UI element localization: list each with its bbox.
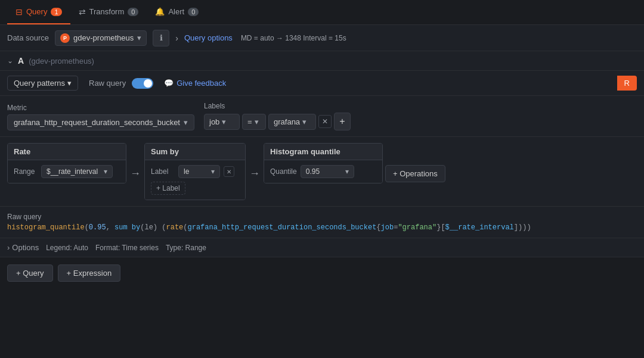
- rate-range-chevron-icon: ▾: [104, 167, 107, 176]
- raw-query-title: Raw query: [7, 213, 637, 221]
- md-interval-text: MD = auto → 1348 Interval = 15s: [241, 34, 346, 42]
- give-feedback-label: Give feedback: [177, 79, 226, 88]
- options-format-text: Format: Time series: [95, 244, 159, 252]
- arrow-connector-2: →: [249, 164, 260, 180]
- label-value-text: grafana: [274, 117, 300, 126]
- metric-chevron-icon: ▾: [184, 118, 188, 127]
- datasource-info-button[interactable]: ℹ: [153, 30, 169, 46]
- alert-tab-badge: 0: [188, 8, 199, 16]
- query-section: ⌄ A (gdev-prometheus) Query patterns ▾ R…: [0, 51, 644, 257]
- query-patterns-chevron-icon: ▾: [67, 79, 72, 88]
- run-query-label: R: [624, 79, 630, 88]
- label-val-chevron-icon: ▾: [302, 117, 306, 126]
- x-icon: ✕: [322, 117, 328, 126]
- run-query-button[interactable]: R: [617, 76, 637, 91]
- sum-by-block-header: Sum by: [145, 144, 245, 160]
- toolbar-row: Query patterns ▾ Raw query 💬 Give feedba…: [0, 71, 644, 96]
- prometheus-icon: P: [60, 33, 70, 43]
- query-a-sublabel: (gdev-prometheus): [29, 57, 94, 66]
- options-toggle[interactable]: › Options: [7, 243, 39, 252]
- options-label: Options: [12, 243, 39, 252]
- operations-row: Rate Range $__rate_interval ▾ → Sum by L…: [0, 137, 644, 207]
- datasource-select[interactable]: P gdev-prometheus ▾: [55, 30, 147, 46]
- sum-by-chevron-icon: ▾: [211, 167, 215, 176]
- bottom-bar: + Query + Expression: [0, 257, 644, 289]
- metric-labels-row: Metric grafana_http_request_duration_sec…: [0, 96, 644, 137]
- tab-alert[interactable]: 🔔 Alert 0: [147, 0, 207, 24]
- histogram-block-header: Histogram quantile: [264, 144, 382, 160]
- sum-by-label-row: Label le ▾ ✕: [151, 165, 239, 178]
- query-options-link[interactable]: Query options: [184, 33, 233, 42]
- sum-by-label-label: Label: [151, 167, 175, 176]
- datasource-name: gdev-prometheus: [73, 33, 134, 42]
- operations-btn-label: + Operations: [393, 169, 438, 178]
- raw-query-code: histogram_quantile(0.95, sum by(le) (rat…: [7, 223, 637, 232]
- label-key-select[interactable]: job ▾: [204, 114, 240, 130]
- code-func-histogram: histogram_quantile: [7, 223, 85, 232]
- histogram-quantile-value: 0.95: [306, 167, 320, 176]
- datasource-bar: Data source P gdev-prometheus ▾ ℹ › Quer…: [0, 25, 644, 51]
- label-value-select[interactable]: grafana ▾: [268, 114, 316, 130]
- histogram-quantile-chevron-icon: ▾: [345, 167, 349, 176]
- raw-query-toggle[interactable]: [132, 78, 153, 89]
- query-a-label: A: [18, 56, 24, 66]
- options-type-text: Type: Range: [166, 244, 206, 252]
- sum-by-label-select[interactable]: le ▾: [178, 165, 220, 178]
- metric-value: grafana_http_request_duration_seconds_bu…: [14, 118, 180, 127]
- collapse-icon[interactable]: ⌄: [7, 57, 13, 65]
- label-op-chevron-icon: ▾: [255, 117, 259, 126]
- label-operator-value: =: [247, 117, 252, 126]
- transform-tab-label: Transform: [89, 7, 125, 16]
- transform-tab-badge: 0: [128, 8, 138, 16]
- alert-tab-icon: 🔔: [155, 7, 165, 16]
- add-query-button[interactable]: + Query: [7, 264, 53, 282]
- histogram-block: Histogram quantile Quantile 0.95 ▾: [264, 143, 383, 183]
- rate-range-select[interactable]: $__rate_interval ▾: [41, 165, 113, 178]
- metric-field-group: Metric grafana_http_request_duration_sec…: [7, 104, 194, 130]
- label-add-button[interactable]: +: [334, 113, 351, 130]
- add-query-label: + Query: [16, 269, 44, 278]
- sum-by-label-remove-button[interactable]: ✕: [224, 166, 234, 177]
- label-remove-button[interactable]: ✕: [318, 115, 332, 128]
- datasource-label: Data source: [7, 33, 49, 42]
- breadcrumb-arrow-icon: ›: [175, 33, 178, 43]
- rate-range-row: Range $__rate_interval ▾: [14, 165, 120, 178]
- options-row: › Options Legend: Auto Format: Time seri…: [0, 238, 644, 257]
- plus-icon: +: [339, 116, 345, 127]
- query-tab-label: Query: [26, 7, 47, 16]
- rate-range-label: Range: [14, 167, 38, 176]
- query-patterns-button[interactable]: Query patterns ▾: [7, 76, 78, 91]
- rate-block: Rate Range $__rate_interval ▾: [7, 143, 126, 183]
- raw-query-toggle-label: Raw query: [89, 79, 126, 88]
- label-key-value: job: [209, 117, 219, 126]
- add-expression-label: + Expression: [67, 269, 112, 278]
- query-tab-badge: 1: [51, 8, 61, 16]
- label-operator-select[interactable]: = ▾: [242, 114, 266, 130]
- sum-by-block: Sum by Label le ▾ ✕ + Label: [144, 143, 246, 200]
- tab-query[interactable]: ⊟ Query 1: [7, 0, 70, 24]
- metric-select[interactable]: grafana_http_request_duration_seconds_bu…: [7, 114, 194, 130]
- sum-by-add-label-button[interactable]: + Label: [151, 182, 185, 195]
- query-a-header: ⌄ A (gdev-prometheus): [0, 51, 644, 71]
- tab-transform[interactable]: ⇄ Transform 0: [70, 0, 147, 24]
- add-operations-button[interactable]: + Operations: [385, 165, 445, 182]
- sum-by-x-icon: ✕: [227, 169, 231, 175]
- transform-tab-icon: ⇄: [79, 7, 86, 17]
- rate-block-body: Range $__rate_interval ▾: [8, 160, 126, 183]
- options-legend-text: Legend: Auto: [46, 244, 88, 252]
- info-icon: ℹ: [160, 33, 163, 42]
- add-expression-button[interactable]: + Expression: [58, 264, 121, 282]
- histogram-block-body: Quantile 0.95 ▾: [264, 160, 382, 183]
- datasource-chevron-icon: ▾: [137, 33, 141, 42]
- give-feedback-button[interactable]: 💬 Give feedback: [159, 76, 231, 90]
- top-tabs-bar: ⊟ Query 1 ⇄ Transform 0 🔔 Alert 0: [0, 0, 644, 25]
- comment-icon: 💬: [164, 79, 174, 88]
- raw-query-section: Raw query histogram_quantile(0.95, sum b…: [0, 207, 644, 238]
- alert-tab-label: Alert: [168, 7, 184, 16]
- histogram-quantile-label: Quantile: [270, 167, 297, 176]
- sum-by-label-value: le: [184, 167, 189, 176]
- options-chevron-icon: ›: [7, 243, 10, 252]
- query-patterns-label: Query patterns: [14, 79, 65, 88]
- histogram-quantile-select[interactable]: 0.95 ▾: [301, 165, 354, 178]
- sum-by-add-label-text: + Label: [156, 184, 180, 192]
